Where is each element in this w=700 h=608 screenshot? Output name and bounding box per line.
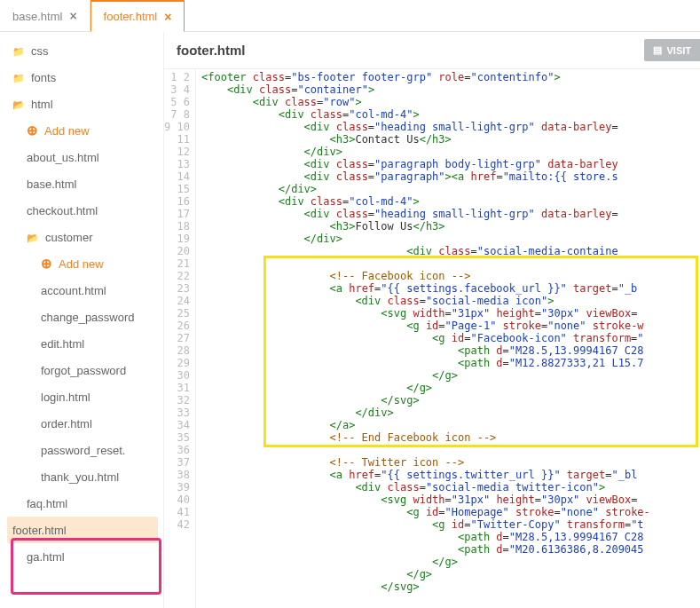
file-item-account-html[interactable]: account.html <box>12 277 163 304</box>
file-item-order-html[interactable]: order.html <box>12 410 163 437</box>
folder-icon <box>12 71 25 84</box>
tree-item-label: login.html <box>41 391 90 404</box>
tree-item-label: customer <box>45 231 92 244</box>
code-area[interactable]: <footer class="bs-footer footer-grp" rol… <box>196 69 700 608</box>
folder-open-icon <box>27 231 39 244</box>
visit-button[interactable]: ▤ VISIT <box>644 39 700 61</box>
tree-item-label: footer.html <box>12 524 67 537</box>
tab-label: footer.html <box>104 10 158 23</box>
tree-item-label: Add new <box>44 124 90 138</box>
code-editor[interactable]: 1 2 3 4 5 6 7 8 9 10 11 12 13 14 15 16 1… <box>164 69 700 608</box>
file-item-ga-html[interactable]: ga.html <box>12 543 163 570</box>
file-item-about-us-html[interactable]: about_us.html <box>12 144 163 170</box>
tab-label: base.html <box>12 10 62 23</box>
close-icon[interactable]: × <box>164 10 171 24</box>
tab-bar: base.html × footer.html × <box>0 0 700 32</box>
file-item-checkout-html[interactable]: checkout.html <box>12 197 163 224</box>
tree-item-label: thank_you.html <box>41 470 119 484</box>
file-item-thank-you-html[interactable]: thank_you.html <box>12 463 163 490</box>
tab-footer-html[interactable]: footer.html × <box>90 0 185 32</box>
tab-base-html[interactable]: base.html × <box>0 0 90 32</box>
folder-item-customer[interactable]: customer <box>12 224 163 250</box>
add-new-item[interactable]: ⊕Add new <box>12 250 163 277</box>
page-title: footer.html <box>177 43 246 58</box>
folder-item-css[interactable]: css <box>12 37 163 64</box>
tree-item-label: fonts <box>31 71 56 84</box>
tree-item-label: about_us.html <box>27 151 99 164</box>
tree-item-label: faq.html <box>27 497 67 510</box>
file-item-faq-html[interactable]: faq.html <box>12 490 163 517</box>
tree-item-label: css <box>31 44 49 58</box>
tree-item-label: order.html <box>41 417 92 430</box>
folder-icon <box>12 44 25 58</box>
file-item-edit-html[interactable]: edit.html <box>12 330 163 357</box>
plus-icon: ⊕ <box>27 122 38 138</box>
add-new-item[interactable]: ⊕Add new <box>12 117 163 144</box>
folder-open-icon <box>12 98 25 111</box>
tree-item-label: account.html <box>41 284 106 297</box>
folder-item-html[interactable]: html <box>12 91 163 117</box>
tree-item-label: Add new <box>59 257 104 271</box>
plus-icon: ⊕ <box>41 256 52 272</box>
tree-item-label: change_password <box>41 311 135 324</box>
file-item-login-html[interactable]: login.html <box>12 383 163 410</box>
tree-item-label: forgot_password <box>41 364 126 377</box>
tree-item-label: html <box>31 98 53 111</box>
tree-item-label: password_reset. <box>41 444 125 457</box>
external-link-icon: ▤ <box>653 44 662 56</box>
content-header: footer.html ▤ VISIT <box>164 32 700 69</box>
file-item-footer-html[interactable]: footer.html <box>7 517 158 543</box>
line-gutter: 1 2 3 4 5 6 7 8 9 10 11 12 13 14 15 16 1… <box>164 69 196 608</box>
close-icon[interactable]: × <box>69 9 76 23</box>
tree-item-label: ga.html <box>27 550 65 564</box>
visit-label: VISIT <box>666 45 691 56</box>
file-item-base-html[interactable]: base.html <box>12 170 163 197</box>
file-item-change-password[interactable]: change_password <box>12 304 163 330</box>
tree-item-label: checkout.html <box>27 204 98 217</box>
tree-item-label: base.html <box>27 178 76 191</box>
folder-item-fonts[interactable]: fonts <box>12 64 163 91</box>
tree-item-label: edit.html <box>41 337 84 351</box>
file-item-forgot-password[interactable]: forgot_password <box>12 357 163 383</box>
file-tree-sidebar: cssfontshtml⊕Add newabout_us.htmlbase.ht… <box>0 32 164 608</box>
file-item-password-reset-[interactable]: password_reset. <box>12 437 163 463</box>
